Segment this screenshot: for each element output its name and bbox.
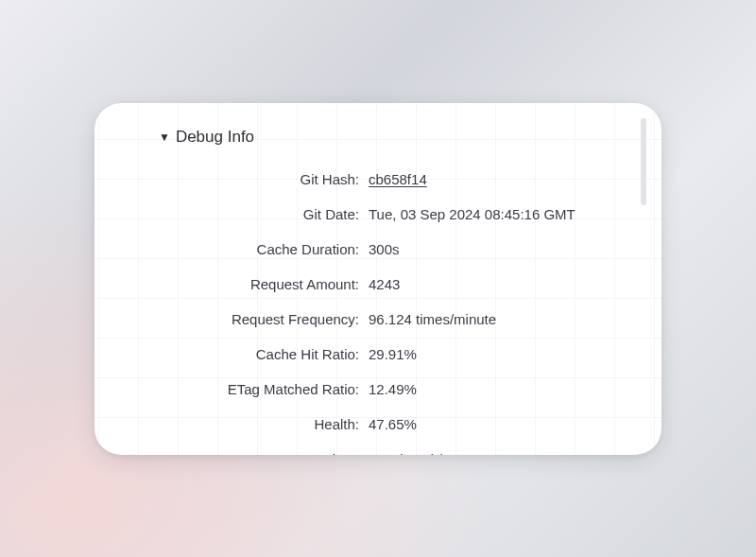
value-health: 47.65% [369, 414, 417, 434]
label-etag-matched-ratio: ETag Matched Ratio: [125, 379, 369, 399]
label-health: Health: [125, 414, 369, 434]
debug-info-card: ▼ Debug Info Git Hash: cb658f14 Git Date… [94, 103, 662, 455]
label-cache-hit-ratio: Cache Hit Ratio: [125, 344, 369, 364]
card-title: Debug Info [176, 128, 254, 147]
value-uptime: 0.74 hour(s) [369, 449, 445, 455]
value-etag-matched-ratio: 12.49% [369, 379, 417, 399]
debug-info-list: Git Hash: cb658f14 Git Date: Tue, 03 Sep… [125, 162, 631, 455]
label-uptime: Uptime: [125, 449, 369, 455]
value-request-amount: 4243 [369, 274, 400, 294]
row-health: Health: 47.65% [125, 407, 612, 442]
label-request-amount: Request Amount: [125, 274, 369, 294]
row-request-amount: Request Amount: 4243 [125, 267, 612, 302]
value-cache-hit-ratio: 29.91% [369, 344, 417, 364]
value-cache-duration: 300s [369, 239, 400, 259]
value-request-frequency: 96.124 times/minute [369, 309, 496, 329]
row-git-date: Git Date: Tue, 03 Sep 2024 08:45:16 GMT [125, 197, 612, 232]
triangle-down-icon: ▼ [159, 131, 170, 143]
debug-info-details: ▼ Debug Info Git Hash: cb658f14 Git Date… [125, 122, 631, 455]
row-request-frequency: Request Frequency: 96.124 times/minute [125, 302, 612, 337]
label-request-frequency: Request Frequency: [125, 309, 369, 329]
card-content: ▼ Debug Info Git Hash: cb658f14 Git Date… [94, 103, 662, 455]
row-cache-hit-ratio: Cache Hit Ratio: 29.91% [125, 337, 612, 372]
row-uptime: Uptime: 0.74 hour(s) [125, 442, 612, 455]
value-git-date: Tue, 03 Sep 2024 08:45:16 GMT [369, 204, 576, 224]
row-cache-duration: Cache Duration: 300s [125, 232, 612, 267]
debug-info-toggle[interactable]: ▼ Debug Info [125, 122, 631, 162]
label-git-hash: Git Hash: [125, 169, 369, 189]
row-etag-matched-ratio: ETag Matched Ratio: 12.49% [125, 372, 612, 407]
label-git-date: Git Date: [125, 204, 369, 224]
value-git-hash-link[interactable]: cb658f14 [369, 171, 427, 187]
row-git-hash: Git Hash: cb658f14 [125, 162, 612, 197]
label-cache-duration: Cache Duration: [125, 239, 369, 259]
